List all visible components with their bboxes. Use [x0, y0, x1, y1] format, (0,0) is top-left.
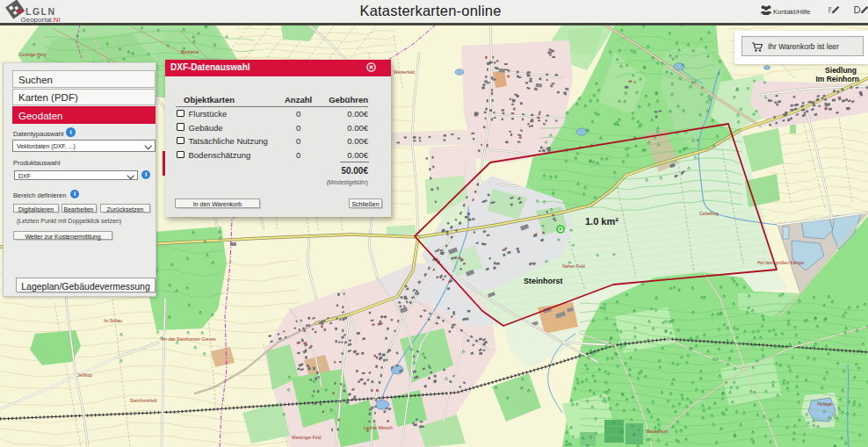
svg-text:Wetsinger Feld: Wetsinger Feld: [292, 435, 322, 440]
svg-text:Beukersort: Beukersort: [647, 429, 669, 434]
svg-text:Cednige Hing: Cednige Hing: [19, 52, 47, 57]
svg-text:Borkama: Borkama: [181, 49, 199, 54]
svg-text:Lachte Wiesch: Lachte Wiesch: [364, 425, 393, 430]
svg-text:Kontakt/Hilfe: Kontakt/Hilfe: [773, 8, 811, 16]
svg-text:Im Soltau: Im Soltau: [104, 318, 122, 323]
svg-text:Heilage: Heilage: [817, 401, 832, 407]
svg-text:1.0 km²: 1.0 km²: [585, 216, 618, 227]
svg-text:Jelltkop: Jelltkop: [77, 372, 92, 378]
svg-text:Steinhorstfeld: Steinhorstfeld: [130, 398, 157, 403]
svg-text:Steinhorst: Steinhorst: [524, 277, 563, 285]
svg-text:Siedlung: Siedlung: [825, 66, 857, 75]
svg-text:Cebelhog: Cebelhog: [699, 211, 719, 216]
svg-text:Im Reinhorn: Im Reinhorn: [815, 75, 859, 83]
svg-text:An das Steinhorster Grenze: An das Steinhorster Grenze: [162, 336, 216, 342]
svg-text:Geoportal.NI: Geoportal.NI: [21, 16, 61, 23]
svg-text:Nahen Feld: Nahen Feld: [562, 263, 585, 269]
svg-text:Westerfeld: Westerfeld: [394, 69, 415, 75]
svg-text:Hof dem großen Kämpe: Hof dem großen Kämpe: [757, 260, 805, 265]
